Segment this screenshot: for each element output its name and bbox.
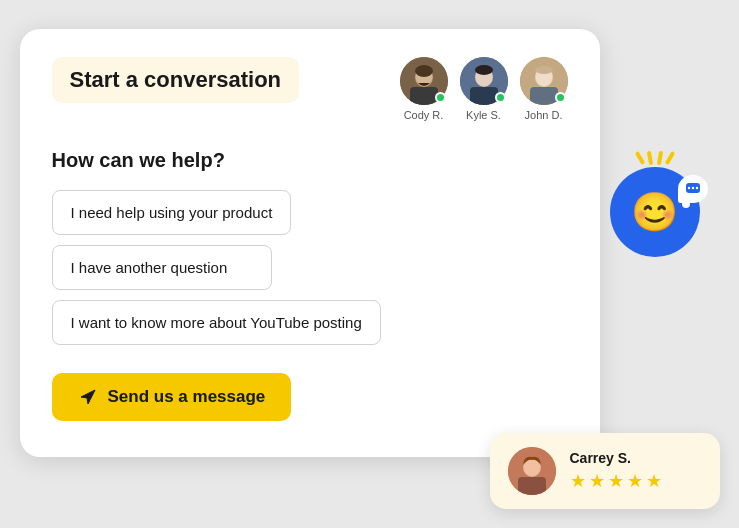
- review-name: Carrey S.: [570, 450, 662, 466]
- agent-cody-name: Cody R.: [404, 109, 444, 121]
- svg-point-14: [535, 66, 553, 74]
- agent-kyle-name: Kyle S.: [466, 109, 501, 121]
- svg-rect-22: [518, 477, 546, 495]
- svg-rect-8: [470, 87, 498, 105]
- option-btn-2[interactable]: I have another question: [52, 245, 272, 290]
- agent-kyle-avatar-wrap: [460, 57, 508, 105]
- bubble-icon: [685, 182, 701, 196]
- agent-kyle: Kyle S.: [460, 57, 508, 121]
- star-3: ★: [608, 470, 624, 492]
- svg-point-9: [475, 65, 493, 75]
- review-card: Carrey S. ★ ★ ★ ★ ★: [490, 433, 720, 509]
- mascot: 😊: [610, 167, 700, 257]
- option-btn-3[interactable]: I want to know more about YouTube postin…: [52, 300, 381, 345]
- ray-4: [664, 151, 674, 165]
- card-header: Start a conversation: [52, 57, 568, 121]
- send-icon: [78, 387, 98, 407]
- agent-john: John D.: [520, 57, 568, 121]
- svg-point-16: [687, 187, 689, 189]
- review-avatar: [508, 447, 556, 495]
- star-5: ★: [646, 470, 662, 492]
- agent-john-name: John D.: [525, 109, 563, 121]
- agent-cody-online: [435, 92, 446, 103]
- star-1: ★: [570, 470, 586, 492]
- agent-john-online: [555, 92, 566, 103]
- review-avatar-svg: [508, 447, 556, 495]
- mascot-bubble: [678, 175, 708, 203]
- card-title: Start a conversation: [52, 57, 300, 103]
- agent-cody: Cody R.: [400, 57, 448, 121]
- main-card: Start a conversation: [20, 29, 600, 457]
- agent-john-avatar-wrap: [520, 57, 568, 105]
- review-info: Carrey S. ★ ★ ★ ★ ★: [570, 450, 662, 492]
- svg-point-4: [415, 65, 433, 77]
- ray-3: [656, 151, 662, 165]
- svg-point-18: [695, 187, 697, 189]
- options-list: I need help using your product I have an…: [52, 190, 568, 345]
- ray-1: [634, 151, 644, 165]
- svg-rect-13: [530, 87, 558, 105]
- review-stars: ★ ★ ★ ★ ★: [570, 470, 662, 492]
- svg-rect-3: [410, 87, 438, 105]
- star-4: ★: [627, 470, 643, 492]
- mascot-emoji: 😊: [631, 193, 678, 231]
- star-2: ★: [589, 470, 605, 492]
- section-title: How can we help?: [52, 149, 568, 172]
- ray-2: [646, 151, 652, 165]
- svg-point-17: [691, 187, 693, 189]
- mascot-rays: [638, 151, 672, 165]
- mascot-circle: 😊: [610, 167, 700, 257]
- option-btn-1[interactable]: I need help using your product: [52, 190, 292, 235]
- agents-list: Cody R.: [400, 57, 568, 121]
- agent-kyle-online: [495, 92, 506, 103]
- send-button[interactable]: Send us a message: [52, 373, 292, 421]
- send-button-label: Send us a message: [108, 387, 266, 407]
- agent-cody-avatar-wrap: [400, 57, 448, 105]
